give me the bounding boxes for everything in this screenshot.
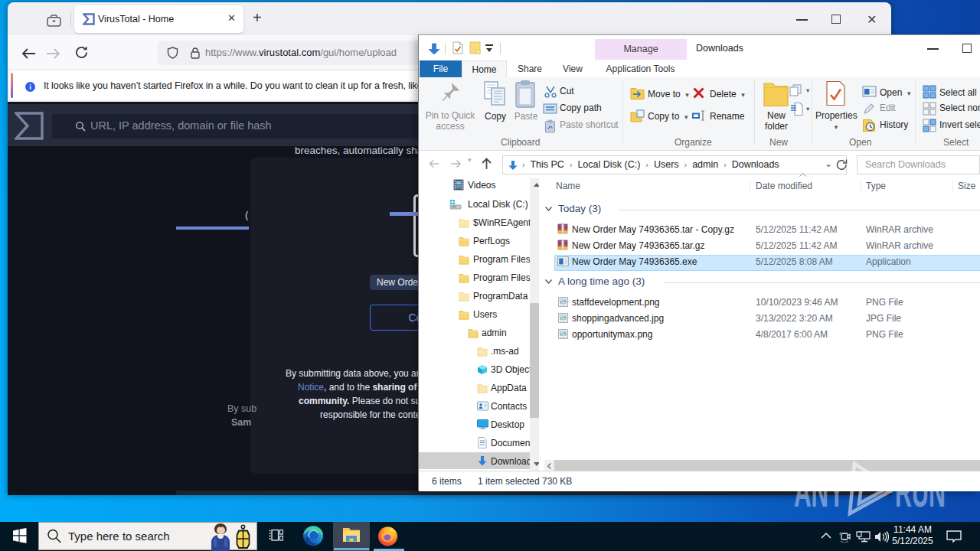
svg-text:ANY: ANY [794, 466, 844, 516]
svg-text:RUN: RUN [895, 466, 946, 516]
